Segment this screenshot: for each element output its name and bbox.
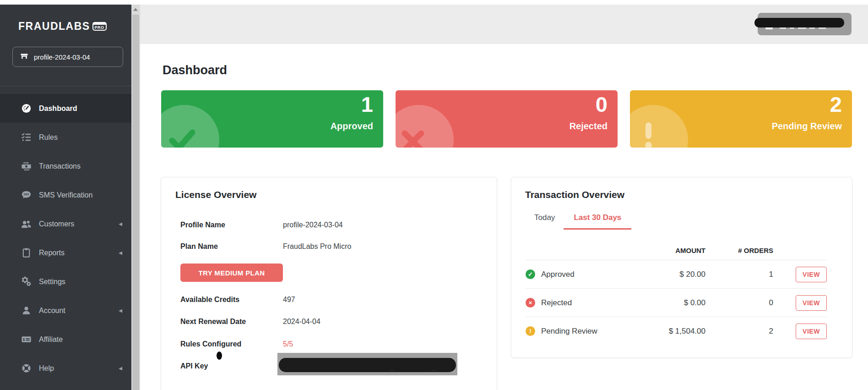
column-header-orders: # ORDERS xyxy=(705,247,773,254)
stat-value: 2 xyxy=(830,92,842,117)
stat-value: 0 xyxy=(596,92,608,117)
sidebar-item-label: Dashboard xyxy=(39,104,77,113)
transaction-overview-card: Transaction Overview Today Last 30 Days … xyxy=(511,177,852,358)
available-credits-value: 497 xyxy=(283,296,295,304)
redaction-bar xyxy=(279,358,456,372)
sidebar-item-label: SMS Verification xyxy=(39,191,92,199)
transaction-table: AMOUNT # ORDERS ✓ Approved $ 20.00 1 VIE… xyxy=(511,241,852,345)
sidebar-item-rules[interactable]: Rules xyxy=(0,123,131,152)
exclamation-icon xyxy=(636,121,667,148)
column-header-amount: AMOUNT xyxy=(632,247,705,254)
sidebar-item-label: Customers xyxy=(39,220,74,228)
sms-icon: SMS xyxy=(21,190,32,201)
view-approved-button[interactable]: VIEW xyxy=(796,267,827,282)
sidebar: FRAUDLABS PRO profile-2024-03-04 Dashboa… xyxy=(0,5,131,390)
orders-cell: 1 xyxy=(705,270,773,279)
api-key-value-redacted[interactable] xyxy=(277,353,457,375)
sidebar-item-settings[interactable]: Settings xyxy=(0,267,131,296)
transaction-overview-title: Transaction Overview xyxy=(525,189,624,200)
chevron-left-icon: ◀ xyxy=(119,366,122,371)
status-label: Pending Review xyxy=(541,327,597,336)
profile-name-value: profile-2024-03-04 xyxy=(283,221,343,229)
stat-card-pending-review[interactable]: 2 Pending Review xyxy=(630,90,852,148)
help-icon xyxy=(21,363,32,374)
sidebar-item-label: Help xyxy=(39,364,54,373)
sidebar-item-affiliate[interactable]: $ Affiliate xyxy=(0,325,131,354)
profile-selector[interactable]: profile-2024-03-04 xyxy=(12,47,123,67)
cross-icon xyxy=(398,127,429,148)
api-key-label: API Key xyxy=(180,362,208,370)
sidebar-item-help[interactable]: Help ◀ xyxy=(0,354,131,383)
account-icon xyxy=(21,305,32,316)
stat-value: 1 xyxy=(361,92,373,117)
rules-configured-value[interactable]: 5/5 xyxy=(283,340,293,348)
scrollbar-thumb[interactable] xyxy=(132,15,139,390)
table-row-rejected: × Rejected $ 0.00 0 VIEW xyxy=(526,288,827,317)
orders-cell: 2 xyxy=(705,327,773,336)
orders-cell: 0 xyxy=(705,298,773,308)
rules-configured-label: Rules Configured xyxy=(180,340,241,348)
stat-label: Rejected xyxy=(570,121,608,132)
license-overview-card: License Overview Profile Name profile-20… xyxy=(161,177,497,390)
affiliate-icon: $ xyxy=(21,334,32,345)
stat-label: Approved xyxy=(331,121,373,132)
chevron-left-icon: ◀ xyxy=(119,221,122,226)
try-medium-plan-button[interactable]: TRY MEDIUM PLAN xyxy=(180,264,283,282)
sidebar-item-label: Affiliate xyxy=(39,335,63,344)
gauge-icon xyxy=(21,103,32,114)
next-renewal-date-label: Next Renewal Date xyxy=(180,318,246,326)
view-pending-button[interactable]: VIEW xyxy=(796,324,827,339)
status-label: Rejected xyxy=(541,298,572,308)
stat-card-rejected[interactable]: 0 Rejected xyxy=(396,90,618,148)
amount-cell: $ 20.00 xyxy=(632,270,705,279)
chevron-left-icon: ◀ xyxy=(119,308,122,313)
sidebar-item-label: Account xyxy=(39,307,65,315)
sidebar-item-dashboard[interactable]: Dashboard xyxy=(0,94,131,123)
table-header-row: AMOUNT # ORDERS xyxy=(526,241,827,260)
brand-logo: FRAUDLABS xyxy=(18,20,90,33)
page-title: Dashboard xyxy=(163,63,227,77)
settings-icon xyxy=(21,276,32,287)
view-rejected-button[interactable]: VIEW xyxy=(796,295,827,311)
pending-status-icon: ! xyxy=(526,326,535,336)
tab-last-30-days[interactable]: Last 30 Days xyxy=(564,213,631,230)
sidebar-item-label: Transactions xyxy=(39,162,81,170)
stat-label: Pending Review xyxy=(772,121,842,132)
sidebar-item-reports[interactable]: Reports ◀ xyxy=(0,238,131,267)
sidebar-nav: Dashboard Rules Transactions xyxy=(0,94,131,383)
profile-selector-label: profile-2024-03-04 xyxy=(34,53,90,61)
brand-row: FRAUDLABS PRO xyxy=(0,5,131,33)
transactions-icon xyxy=(21,161,32,172)
sidebar-item-account[interactable]: Account ◀ xyxy=(0,296,131,325)
available-credits-label: Available Credits xyxy=(180,296,239,304)
transaction-tabs: Today Last 30 Days xyxy=(534,213,621,230)
redaction-dot xyxy=(217,352,222,360)
sidebar-item-transactions[interactable]: Transactions xyxy=(0,152,131,181)
sidebar-item-label: Settings xyxy=(39,278,65,286)
sidebar-item-label: Reports xyxy=(39,249,65,257)
svg-text:SMS: SMS xyxy=(23,193,29,196)
sidebar-scrollbar[interactable] xyxy=(131,5,140,390)
scroll-up-arrow-icon[interactable] xyxy=(133,8,138,11)
sidebar-item-customers[interactable]: Customers ◀ xyxy=(0,209,131,238)
redaction-bar xyxy=(754,18,844,27)
tab-today[interactable]: Today xyxy=(534,213,555,230)
status-label: Approved xyxy=(541,270,575,279)
pro-badge: PRO xyxy=(92,22,107,31)
table-row-pending-review: ! Pending Review $ 1,504.00 2 VIEW xyxy=(526,317,827,345)
plan-name-value: FraudLabs Pro Micro xyxy=(283,242,351,251)
stat-card-approved[interactable]: 1 Approved xyxy=(161,90,383,148)
rules-icon xyxy=(21,132,32,143)
sidebar-item-sms-verification[interactable]: SMS SMS Verification xyxy=(0,181,131,209)
next-renewal-date-value: 2024-04-04 xyxy=(283,318,320,326)
amount-cell: $ 1,504.00 xyxy=(632,327,705,336)
approved-status-icon: ✓ xyxy=(526,269,535,279)
reports-icon xyxy=(21,247,32,258)
plan-name-label: Plan Name xyxy=(180,242,218,251)
sidebar-item-label: Rules xyxy=(39,133,58,142)
table-row-approved: ✓ Approved $ 20.00 1 VIEW xyxy=(526,260,827,288)
customers-icon xyxy=(21,219,32,230)
check-icon xyxy=(167,124,197,148)
sidebar-divider xyxy=(0,86,131,86)
stats-row: 1 Approved 0 Rejected 2 Pending Review xyxy=(161,90,852,148)
